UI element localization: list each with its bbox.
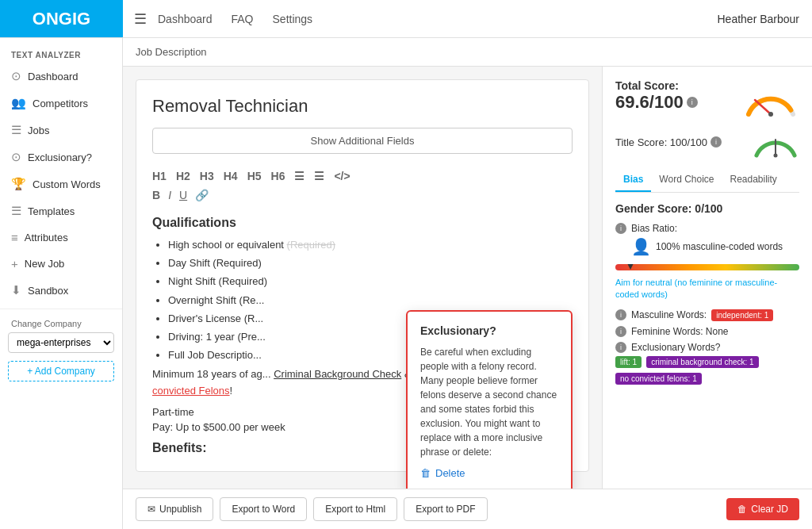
tab-readability[interactable]: Readability (722, 168, 785, 192)
job-title: Removal Technician (152, 96, 573, 117)
sidebar-item-competitors[interactable]: 👥 Competitors (0, 90, 122, 117)
bias-progress-bar (615, 264, 799, 270)
sidebar-item-label: Sandbox (28, 285, 68, 297)
excl-label: Exclusionary Words? (631, 342, 721, 353)
title-score-gauge (752, 125, 799, 159)
exclusionary-popup: Exclusionary? Be careful when excluding … (406, 310, 573, 489)
bias-ratio-section: i Bias Ratio: 👤 100% masculine-coded wor… (615, 223, 799, 256)
feminine-info-icon[interactable]: i (615, 326, 626, 337)
company-select[interactable]: mega-enterprises (8, 332, 114, 353)
nav-dashboard[interactable]: Dashboard (158, 13, 213, 25)
tab-bias[interactable]: Bias (615, 168, 651, 192)
masculine-badge: independent: 1 (711, 309, 773, 321)
sidebar-item-label: Dashboard (28, 71, 79, 82)
excl-badge-1: lift: 1 (615, 356, 642, 368)
marker-triangle (626, 264, 634, 270)
add-company-button[interactable]: + Add Company (8, 361, 114, 381)
tab-word-choice[interactable]: Word Choice (651, 168, 722, 192)
list-ordered-icon[interactable]: ☰ (314, 170, 324, 182)
sidebar-item-custom-words[interactable]: 🏆 Custom Words (0, 171, 122, 197)
heading-h4[interactable]: H4 (224, 170, 238, 182)
score-top: Total Score: 69.6/100 i (615, 79, 799, 119)
list-item: High school or equivalent (Required) (168, 238, 573, 252)
main-content: Removal Technician Show Additional Field… (123, 67, 812, 489)
top-nav: ONGIG ☰ Dashboard FAQ Settings Heather B… (0, 0, 812, 38)
sidebar-item-new-job[interactable]: + New Job (0, 251, 122, 277)
sidebar-section-label: TEXT ANALYZER (0, 46, 122, 63)
sidebar: TEXT ANALYZER ⊙ Dashboard 👥 Competitors … (0, 38, 123, 529)
sidebar-divider (0, 309, 122, 309)
export-html-label: Export to Html (325, 504, 385, 515)
sidebar-item-sandbox[interactable]: ⬇ Sandbox (0, 277, 122, 304)
editor-card: Removal Technician Show Additional Field… (136, 79, 589, 472)
list-item: Night Shift (Required) (168, 274, 573, 289)
total-score-info-icon[interactable]: i (687, 97, 698, 108)
nav-faq[interactable]: FAQ (232, 13, 254, 25)
feminine-label: Feminine Words: None (631, 326, 729, 337)
svg-point-1 (768, 112, 773, 117)
heading-h5[interactable]: H5 (247, 170, 262, 182)
italic-icon[interactable]: I (168, 189, 171, 201)
heading-h2[interactable]: H2 (176, 170, 190, 182)
templates-icon: ☰ (11, 204, 21, 218)
exclusionary-icon: ⊙ (11, 150, 21, 164)
popup-delete-button[interactable]: 🗑 Delete (420, 467, 558, 479)
user-menu[interactable]: Heather Barbour (717, 13, 799, 25)
sandbox-icon: ⬇ (11, 283, 21, 297)
bar-marker (626, 264, 634, 270)
sidebar-item-label: Exclusionary? (28, 151, 92, 163)
unpublish-button[interactable]: ✉ Unpublish (136, 497, 213, 521)
total-score-block: Total Score: 69.6/100 i (615, 79, 698, 113)
bottom-bar: ✉ Unpublish Export to Word Export to Htm… (123, 489, 812, 529)
feminine-words-row: i Feminine Words: None (615, 326, 799, 337)
excl-info-icon[interactable]: i (615, 342, 626, 353)
sidebar-item-dashboard[interactable]: ⊙ Dashboard (0, 63, 122, 90)
heading-h6[interactable]: H6 (271, 170, 285, 182)
score-panel: Total Score: 69.6/100 i (602, 67, 812, 489)
export-html-button[interactable]: Export to Html (313, 497, 397, 521)
toolbar-row2: B I U 🔗 (152, 186, 573, 205)
heading-h1[interactable]: H1 (152, 170, 167, 182)
excl-badges-row: lift: 1 criminal background check: 1 no … (615, 356, 799, 385)
clear-jd-button[interactable]: 🗑 Clear JD (726, 498, 799, 520)
underline-icon[interactable]: U (179, 189, 187, 201)
bold-icon[interactable]: B (152, 189, 160, 201)
hamburger-icon[interactable]: ☰ (123, 10, 158, 28)
sidebar-item-attributes[interactable]: ≡ Attributes (0, 224, 122, 251)
link-icon[interactable]: 🔗 (195, 189, 209, 201)
score-tabs: Bias Word Choice Readability (615, 168, 799, 193)
title-score-info-icon[interactable]: i (710, 136, 722, 148)
title-score-row: Title Score: 100/100 i (615, 125, 799, 159)
masculine-label: Masculine Words: (631, 309, 707, 320)
delete-label[interactable]: Delete (435, 467, 465, 479)
company-label: Change Company (0, 314, 122, 331)
list-unordered-icon[interactable]: ☰ (294, 170, 304, 182)
breadcrumb: Job Description (123, 38, 812, 67)
bias-ratio-info-icon[interactable]: i (615, 223, 626, 234)
heading-h3[interactable]: H3 (200, 170, 214, 182)
export-word-button[interactable]: Export to Word (220, 497, 307, 521)
sidebar-item-jobs[interactable]: ☰ Jobs (0, 117, 122, 144)
export-pdf-label: Export to PDF (416, 504, 475, 515)
competitors-icon: 👥 (11, 96, 26, 110)
total-score-value: 69.6/100 (615, 92, 684, 113)
toolbar-row1: H1 H2 H3 H4 H5 H6 ☰ ☰ </> (152, 167, 573, 186)
trash-icon: 🗑 (420, 467, 431, 479)
sidebar-item-label: Jobs (28, 125, 49, 136)
excl-badge-2: criminal background check: 1 (646, 356, 759, 368)
sidebar-item-templates[interactable]: ☰ Templates (0, 197, 122, 224)
show-fields-button[interactable]: Show Additional Fields (152, 128, 573, 154)
code-icon[interactable]: </> (334, 170, 350, 182)
bias-ratio-row: i Bias Ratio: (615, 223, 799, 234)
envelope-icon: ✉ (147, 504, 155, 515)
sidebar-item-label: New Job (25, 258, 65, 270)
background-check-link: Criminal Background Check (274, 368, 401, 380)
qualifications-heading: Qualifications (152, 216, 573, 230)
masculine-info-icon[interactable]: i (615, 309, 626, 320)
sidebar-item-exclusionary[interactable]: ⊙ Exclusionary? (0, 144, 122, 171)
bias-ratio-value: 100% masculine-coded words (656, 241, 783, 252)
export-pdf-button[interactable]: Export to PDF (404, 497, 487, 521)
unpublish-label: Unpublish (159, 504, 201, 515)
logo: ONGIG (33, 9, 90, 29)
nav-settings[interactable]: Settings (273, 13, 313, 25)
